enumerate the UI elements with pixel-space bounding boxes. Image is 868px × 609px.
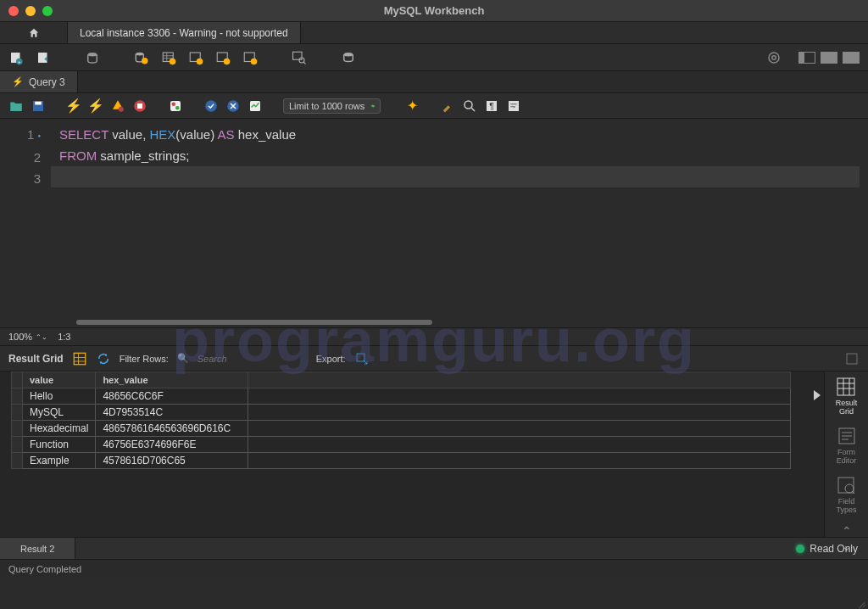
panel-right-icon[interactable] [843,52,860,64]
zoom-level: 100% [8,332,32,342]
table-row[interactable]: Function46756E6374696F6E [12,437,791,453]
form-editor-tool[interactable]: Form Editor [837,426,857,465]
inspector-icon[interactable] [85,50,100,65]
main-toolbar: + [0,44,868,71]
new-sql-icon[interactable]: + [8,50,24,65]
table-row[interactable]: MySQL4D7953514C [12,405,791,421]
svg-rect-46 [837,378,854,395]
svg-point-35 [465,101,472,109]
svg-rect-25 [35,101,42,104]
chevron-up-icon[interactable]: ⌃ [842,524,852,538]
commit-icon[interactable] [203,98,219,114]
wrap-cell-icon[interactable] [844,351,860,366]
svg-point-22 [769,53,779,63]
reconnect-icon[interactable] [341,50,356,65]
svg-line-20 [303,62,305,64]
svg-point-15 [224,58,231,64]
svg-point-21 [344,53,353,57]
filter-input[interactable] [198,354,265,364]
status-bar: Query Completed [0,559,868,578]
svg-point-32 [205,100,217,112]
explain-icon[interactable] [110,98,125,114]
filter-label: Filter Rows: [120,354,169,364]
view-icon[interactable] [188,50,203,65]
readonly-indicator: Read Only [796,543,858,555]
result-tab[interactable]: Result 2 [0,538,75,559]
grid-view-icon[interactable] [72,351,87,366]
result-area: value hex_value Hello48656C6C6FMySQL4D79… [0,372,868,537]
export-icon[interactable] [354,351,370,366]
zoom-arrows-icon[interactable]: ⌃⌄ [36,333,47,341]
svg-text:¶: ¶ [489,100,494,110]
svg-rect-39 [509,101,519,111]
table-row[interactable]: Hexadecimal48657861646563696D616C [12,421,791,437]
panel-left-icon[interactable] [798,52,815,64]
open-file-icon[interactable] [8,98,24,114]
result-grid[interactable]: value hex_value Hello48656C6C6FMySQL4D79… [11,372,791,469]
resize-corner[interactable] [854,595,868,609]
expand-arrow-icon[interactable] [814,390,821,400]
search-icon: 🔍 [177,353,189,364]
lightning-icon: ⚡ [12,76,24,87]
result-tabs: Result 2 Read Only [0,537,868,559]
titlebar: MySQL Workbench [0,0,868,22]
editor-hscroll[interactable] [0,320,868,325]
table-row[interactable]: Hello48656C6C6F [12,388,791,405]
result-grid-label: Result Grid [8,353,64,365]
svg-text:+: + [18,59,21,64]
beautify-icon[interactable]: ✦ [404,98,420,114]
field-types-tool[interactable]: Field Types [836,475,856,514]
table-row[interactable]: Example4578616D706C65 [12,453,791,469]
save-file-icon[interactable] [31,98,46,114]
home-button[interactable] [0,22,68,43]
table-icon[interactable] [161,50,176,65]
svg-rect-45 [847,354,857,364]
query-tab[interactable]: ⚡ Query 3 [0,71,78,92]
connection-tab[interactable]: Local instance 3306 - Warning - not supp… [68,22,301,43]
svg-point-31 [175,106,180,110]
query-tabs: ⚡ Query 3 [0,71,868,93]
code-area[interactable]: SELECT value, HEX(value) AS hex_value FR… [51,119,868,322]
svg-point-26 [119,106,124,111]
brush-icon[interactable] [440,98,455,114]
status-text: Query Completed [8,564,81,574]
result-grid-tool[interactable]: Result Grid [836,377,858,416]
svg-rect-28 [137,103,142,109]
refresh-icon[interactable] [96,351,111,366]
gear-icon[interactable] [766,50,782,65]
wrap-icon[interactable] [506,98,521,114]
svg-rect-40 [74,353,86,365]
execute-current-icon[interactable]: ⚡ [88,98,103,114]
svg-point-4 [88,53,97,57]
find-icon[interactable] [462,98,477,114]
result-toolbar: Result Grid Filter Rows: 🔍 Export: [0,346,868,372]
rollback-icon[interactable] [225,98,241,114]
editor-toolbar: ⚡ ⚡ Limit to 1000 rows ✦ ¶ [0,93,868,119]
execute-icon[interactable]: ⚡ [66,98,81,114]
svg-rect-3 [38,53,47,63]
sql-editor[interactable]: 1● 2 3 SELECT value, HEX(value) AS hex_v… [0,119,868,322]
svg-point-13 [197,58,203,64]
invisible-icon[interactable]: ¶ [484,98,499,114]
open-sql-icon[interactable] [36,50,51,65]
col-hex[interactable]: hex_value [96,372,248,388]
db-icon[interactable] [134,50,149,65]
svg-point-6 [142,58,148,64]
svg-point-17 [251,58,258,64]
autocommit-icon[interactable] [248,98,263,114]
col-value[interactable]: value [23,372,96,388]
func-icon[interactable] [242,50,258,65]
export-label: Export: [316,354,346,364]
svg-point-11 [170,58,176,64]
cursor-position: 1:3 [58,332,70,342]
proc-icon[interactable] [215,50,231,65]
toggle-icon[interactable] [168,98,183,114]
panel-bottom-icon[interactable] [821,52,837,64]
svg-point-5 [136,52,143,55]
search-table-icon[interactable] [292,50,307,65]
limit-select[interactable]: Limit to 1000 rows [283,98,381,114]
stop-icon[interactable] [132,98,147,114]
readonly-light-icon [796,545,804,553]
connection-tabs: Local instance 3306 - Warning - not supp… [0,22,868,44]
svg-point-23 [772,55,776,59]
